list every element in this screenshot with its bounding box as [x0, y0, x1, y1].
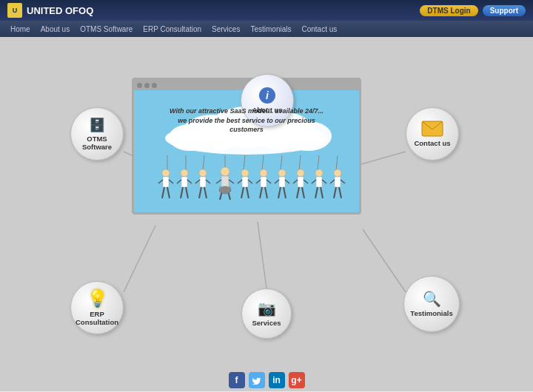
node-otms[interactable]: 🗄️ OTMSSoftware: [70, 107, 124, 160]
svg-rect-35: [200, 177, 206, 187]
svg-rect-41: [221, 176, 229, 188]
svg-point-55: [260, 169, 267, 177]
node-otms-label: OTMSSoftware: [82, 135, 112, 152]
svg-line-18: [281, 155, 282, 170]
svg-rect-23: [163, 177, 169, 187]
svg-rect-62: [279, 177, 285, 187]
nav-erp[interactable]: ERP Consultation: [138, 24, 206, 35]
social-links: f in g+: [0, 370, 533, 391]
svg-line-31: [186, 187, 188, 198]
svg-line-70: [302, 187, 304, 198]
magnifier-icon: 🔍: [423, 290, 441, 308]
node-erp[interactable]: 💡 ERPConsultation: [70, 281, 124, 334]
dtms-login-button[interactable]: DTMS Login: [420, 5, 477, 16]
node-contact-label: Contact us: [414, 139, 450, 147]
svg-line-45: [229, 180, 234, 183]
svg-point-61: [278, 169, 286, 177]
svg-line-57: [260, 187, 262, 198]
node-services-label: Services: [252, 319, 281, 327]
node-testimonials[interactable]: 🔍 Testimonials: [403, 276, 460, 332]
svg-point-28: [181, 169, 188, 177]
svg-line-26: [158, 180, 163, 183]
window-dot-2: [144, 83, 150, 88]
svg-rect-80: [335, 177, 341, 187]
svg-line-83: [330, 180, 335, 183]
svg-point-73: [315, 169, 323, 177]
svg-line-27: [169, 180, 173, 183]
center-cloud-text: With our attractive SaaS model... availa…: [165, 107, 328, 135]
svg-line-39: [206, 180, 210, 183]
svg-point-46: [219, 186, 231, 194]
svg-line-30: [181, 187, 183, 198]
svg-line-69: [297, 187, 299, 198]
svg-line-82: [339, 187, 341, 198]
svg-line-36: [199, 187, 201, 198]
envelope-icon: [421, 121, 443, 137]
svg-point-22: [162, 169, 170, 177]
svg-line-52: [247, 187, 249, 198]
svg-line-53: [238, 180, 242, 183]
nav-services[interactable]: Services: [207, 24, 244, 35]
twitter-button[interactable]: [249, 372, 265, 388]
figures-area: [141, 153, 352, 209]
svg-line-78: [322, 180, 326, 183]
svg-rect-68: [298, 177, 304, 187]
svg-point-67: [297, 169, 304, 177]
svg-line-4: [258, 222, 266, 288]
svg-line-59: [256, 180, 261, 183]
main-content: With our attractive SaaS model... availa…: [0, 37, 533, 370]
support-button[interactable]: Support: [483, 5, 526, 16]
node-services[interactable]: 📷 Services: [241, 288, 292, 339]
nav-home[interactable]: Home: [6, 24, 35, 35]
nav-otms[interactable]: OTMS Software: [76, 24, 137, 35]
lightbulb-icon: 💡: [87, 289, 107, 308]
svg-line-20: [318, 155, 319, 170]
svg-point-49: [241, 169, 249, 177]
svg-line-5: [363, 229, 406, 292]
svg-line-14: [203, 155, 204, 170]
svg-line-24: [162, 187, 164, 198]
twitter-icon: [252, 376, 261, 385]
projector-icon: 📷: [258, 300, 276, 317]
svg-line-66: [285, 180, 289, 183]
svg-line-72: [304, 180, 308, 183]
logo-area: U UNITED OFOQ: [7, 3, 93, 18]
node-contact[interactable]: Contact us: [406, 107, 459, 160]
header-buttons: DTMS Login Support: [420, 5, 526, 16]
svg-line-71: [293, 180, 298, 183]
svg-line-60: [266, 180, 271, 183]
info-icon: i: [259, 87, 275, 104]
nav-about[interactable]: About us: [36, 24, 74, 35]
logo-icon: U: [7, 3, 22, 18]
header: U UNITED OFOQ DTMS Login Support: [0, 0, 533, 21]
googleplus-button[interactable]: g+: [289, 372, 305, 388]
nav-contact[interactable]: Contact us: [297, 24, 341, 35]
svg-line-76: [321, 187, 323, 198]
nav-testimonials[interactable]: Testimonials: [246, 24, 295, 35]
svg-line-63: [278, 187, 281, 198]
database-icon: 🗄️: [89, 117, 105, 133]
svg-line-3: [124, 226, 155, 292]
window-dot-3: [152, 83, 157, 88]
svg-line-44: [216, 180, 221, 183]
facebook-button[interactable]: f: [229, 372, 245, 388]
svg-line-81: [334, 187, 336, 198]
svg-point-34: [199, 169, 207, 177]
node-testimonials-label: Testimonials: [410, 309, 452, 317]
svg-line-32: [177, 180, 181, 183]
svg-line-54: [248, 180, 252, 183]
svg-line-33: [187, 180, 192, 183]
logo-text: UNITED OFOQ: [27, 5, 93, 16]
svg-line-84: [341, 180, 345, 183]
svg-line-2: [361, 152, 406, 164]
svg-rect-56: [261, 177, 266, 187]
linkedin-button[interactable]: in: [269, 372, 285, 388]
center-box-content: With our attractive SaaS model... availa…: [134, 90, 359, 212]
svg-line-58: [265, 187, 267, 198]
svg-rect-50: [242, 177, 248, 187]
svg-line-38: [195, 180, 200, 183]
svg-line-64: [284, 187, 286, 198]
svg-line-37: [204, 187, 207, 198]
svg-line-25: [167, 187, 170, 198]
navigation: Home About us OTMS Software ERP Consulta…: [0, 21, 533, 37]
